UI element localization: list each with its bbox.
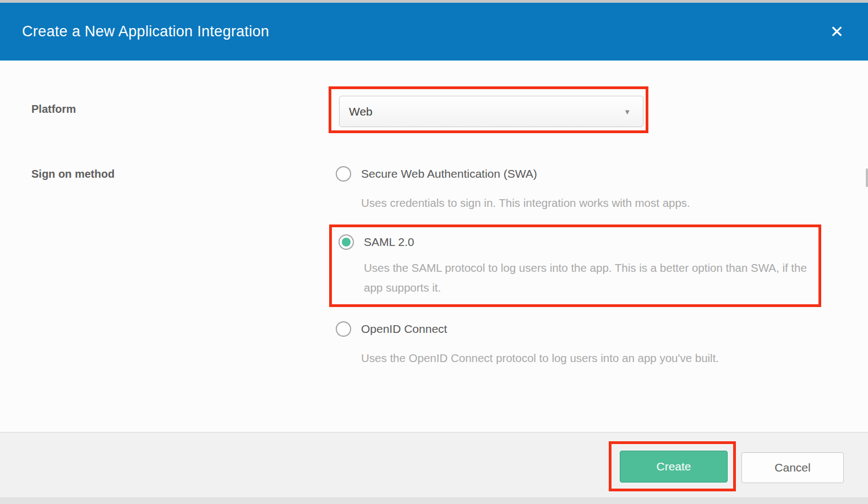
annotation-box-platform: Web ▼ (329, 86, 648, 133)
close-icon[interactable]: ✕ (830, 24, 844, 40)
annotation-box-create: Create (609, 441, 736, 491)
modal-body: Platform Web ▼ Sign on method Secure Web… (0, 61, 868, 432)
sign-on-method-label: Sign on method (31, 168, 114, 180)
modal-footer: Create Cancel (0, 432, 868, 497)
radio-button-saml-selected[interactable] (339, 234, 354, 250)
option-description-openid: Uses the OpenID Connect protocol to log … (361, 348, 719, 368)
platform-dropdown[interactable]: Web ▼ (339, 96, 643, 127)
option-description-saml: Uses the SAML protocol to log users into… (364, 258, 818, 298)
platform-dropdown-value: Web (349, 105, 373, 118)
create-button[interactable]: Create (620, 451, 728, 483)
modal-header: Create a New Application Integration ✕ (0, 3, 868, 61)
radio-option-saml[interactable]: SAML 2.0 Uses the SAML protocol to log u… (339, 234, 818, 298)
option-label-openid: OpenID Connect (361, 322, 447, 336)
radio-option-swa[interactable]: Secure Web Authentication (SWA) Uses cre… (336, 166, 690, 213)
radio-option-openid[interactable]: OpenID Connect Uses the OpenID Connect p… (336, 321, 719, 368)
platform-label: Platform (31, 103, 76, 116)
radio-button-openid[interactable] (336, 321, 351, 337)
chevron-down-icon: ▼ (624, 108, 631, 115)
modal-title: Create a New Application Integration (22, 23, 269, 40)
option-label-swa: Secure Web Authentication (SWA) (361, 167, 537, 180)
option-description-swa: Uses credentials to sign in. This integr… (361, 193, 690, 213)
background-page-bottom-edge (0, 497, 868, 504)
cancel-button[interactable]: Cancel (741, 452, 844, 483)
screen: Create a New Application Integration ✕ P… (0, 0, 868, 504)
annotation-box-saml: SAML 2.0 Uses the SAML protocol to log u… (329, 224, 821, 307)
option-label-saml: SAML 2.0 (364, 235, 414, 249)
radio-button-swa[interactable] (336, 166, 351, 182)
scrollbar-thumb[interactable] (866, 168, 868, 187)
